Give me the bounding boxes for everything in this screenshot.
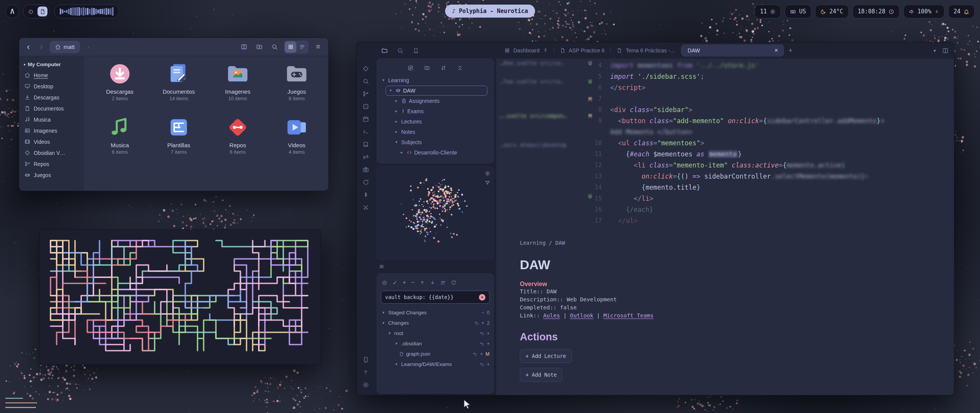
tree-folder-exams[interactable]: ▸!Exams (377, 106, 493, 116)
workspace-indicator[interactable]: 11 (755, 5, 781, 18)
folder-plantillas[interactable]: Plantillas7 items (150, 115, 207, 169)
undo-icon[interactable] (480, 341, 484, 346)
undo-icon[interactable] (474, 321, 479, 325)
check-icon[interactable]: ✓ (392, 279, 397, 286)
add-note-button[interactable]: + Add Note (520, 368, 562, 382)
sidebar-section-header[interactable]: ▾ My Computer (19, 59, 83, 70)
plus-icon[interactable]: + (487, 331, 490, 336)
git-row-root[interactable]: ▾root+ (377, 328, 493, 338)
folder-repos[interactable]: Repos6 items (209, 115, 266, 169)
commit-message-input[interactable] (385, 294, 476, 300)
tree-folder-subjects[interactable]: ▾Subjects (377, 137, 493, 147)
git-row-obsidian-dir[interactable]: ▾.obsidian+ (377, 338, 493, 349)
link-microsoft-teams[interactable]: Microsoft Teams (603, 312, 653, 319)
settings-icon[interactable] (357, 379, 374, 391)
plus-icon[interactable]: + (487, 341, 490, 346)
tree-folder-daw[interactable]: ▾DAW (377, 85, 493, 96)
grid-view-button[interactable] (285, 41, 296, 53)
git-row-graph-json[interactable]: graph.json+M (377, 349, 493, 359)
link-outlook[interactable]: Outlook (570, 312, 593, 319)
split-view-button[interactable] (238, 41, 250, 53)
plus-icon[interactable]: + (480, 351, 483, 357)
breadcrumb[interactable]: matt (50, 41, 80, 53)
tree-folder-notes[interactable]: ▸Notes (377, 127, 493, 137)
power-button[interactable] (26, 7, 36, 16)
vault-icon[interactable] (357, 62, 374, 75)
refresh-icon[interactable] (451, 280, 456, 285)
keyboard-layout-widget[interactable]: US (785, 5, 811, 18)
app-launcher-button[interactable]: Λ (5, 5, 19, 18)
graph-filter-icon[interactable] (485, 180, 490, 186)
tablet-icon[interactable] (357, 353, 374, 366)
git-icon[interactable] (357, 88, 374, 100)
graph-settings-icon[interactable] (485, 171, 490, 176)
tree-folder-learning[interactable]: ▾Learning (377, 75, 493, 85)
notes-button[interactable] (38, 7, 47, 16)
search-button[interactable] (269, 41, 280, 53)
undo-icon[interactable] (473, 352, 477, 356)
new-folder-button[interactable] (253, 41, 265, 53)
close-icon[interactable]: × (774, 47, 778, 54)
minus-icon[interactable]: − (482, 310, 484, 315)
unlink-icon[interactable] (357, 151, 374, 163)
push-icon[interactable] (420, 280, 425, 285)
folder-documentos[interactable]: Documentos14 items (150, 62, 207, 115)
book-icon[interactable] (357, 138, 374, 151)
camera-icon[interactable] (357, 163, 374, 176)
notification-widget[interactable]: 24 (948, 5, 975, 18)
tab-tema-practicas[interactable]: Tema 6 Prácticas -… (611, 44, 681, 57)
plus-icon[interactable]: + (487, 362, 490, 367)
search-panel-icon[interactable] (397, 47, 403, 54)
sidebar-item-home[interactable]: Home (19, 70, 83, 81)
new-tab-button[interactable]: + (784, 47, 797, 55)
terminal-icon[interactable] (357, 125, 374, 138)
undo-icon[interactable] (480, 331, 484, 336)
toggle-right-sidebar-icon[interactable] (942, 47, 949, 54)
commit-icon[interactable] (382, 280, 387, 286)
folder-musica[interactable]: Musica6 items (91, 115, 149, 169)
sort-icon[interactable] (441, 65, 446, 71)
tab-dashboard[interactable]: Dashboard (498, 44, 554, 57)
search-icon[interactable] (357, 75, 374, 88)
folder-juegos[interactable]: Juegos8 items (268, 62, 325, 115)
collapse-all-icon[interactable] (457, 65, 463, 71)
sidebar-item-imagenes[interactable]: Imagenes (19, 125, 83, 136)
clock-widget[interactable]: 18:08:28 (853, 5, 900, 18)
pull-icon[interactable] (430, 280, 435, 285)
graph-canvas[interactable] (380, 169, 479, 256)
tree-folder-assignments[interactable]: ▸Assignments (377, 96, 493, 106)
sidebar-item-juegos[interactable]: Juegos (19, 169, 83, 180)
bookmarks-panel-icon[interactable] (413, 47, 419, 54)
new-folder-icon[interactable] (424, 65, 430, 71)
forward-button[interactable]: › (37, 43, 46, 51)
folder-videos[interactable]: Videos4 items (268, 115, 325, 169)
now-playing-widget[interactable]: ♪ Polyphia - Neurotica (445, 5, 535, 18)
sidebar-item-repos[interactable]: Repos (19, 158, 83, 169)
plus-icon[interactable]: + (482, 320, 484, 326)
tab-list-chevron-icon[interactable]: ▾ (933, 48, 936, 54)
files-panel-icon[interactable] (381, 47, 388, 54)
link-aules[interactable]: Aules (543, 312, 560, 319)
menu-button[interactable]: ≡ (312, 41, 324, 53)
sync-icon[interactable] (357, 176, 374, 189)
tab-asp-practice[interactable]: ASP Practice 6 (554, 44, 611, 57)
back-button[interactable]: ‹ (24, 43, 33, 51)
clear-message-icon[interactable]: × (479, 294, 485, 301)
dollar-icon[interactable] (357, 189, 374, 201)
panel-split-handle[interactable] (377, 263, 494, 270)
minus-icon[interactable]: − (411, 279, 415, 286)
help-icon[interactable]: ? (357, 366, 374, 379)
sidebar-item-musica[interactable]: Musica (19, 114, 83, 125)
calendar-icon[interactable] (357, 113, 374, 125)
sidebar-item-obsidian-vault[interactable]: Obsidian V… (19, 147, 83, 158)
sidebar-item-desktop[interactable]: Desktop (19, 81, 83, 92)
git-row-changes[interactable]: ▾Changes+2 (377, 318, 493, 328)
tab-daw[interactable]: DAW × (681, 44, 784, 57)
sidebar-item-descargas[interactable]: Descargas (19, 92, 83, 103)
folder-descargas[interactable]: Descargas2 items (91, 62, 149, 115)
undo-icon[interactable] (480, 362, 484, 367)
git-row-learning-daw-exams[interactable]: ▾Learning/DAW/Exams+ (377, 359, 493, 369)
git-row-staged[interactable]: ▾Staged Changes−0 (377, 307, 493, 318)
weather-widget[interactable]: 24°C (815, 5, 848, 18)
add-lecture-button[interactable]: + Add Lecture (520, 349, 572, 363)
